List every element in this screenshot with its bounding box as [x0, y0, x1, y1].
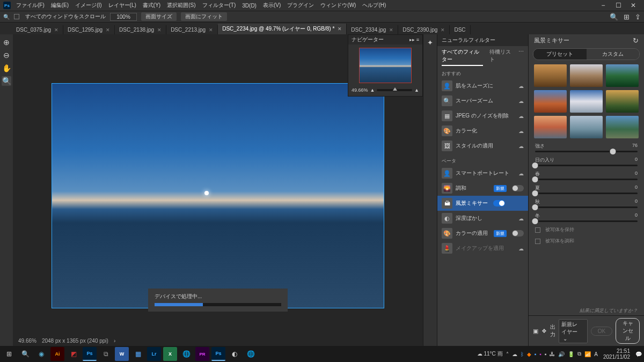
- tray-notifications-icon[interactable]: 💬: [635, 351, 642, 357]
- reset-icon[interactable]: ↻: [633, 36, 639, 45]
- toggle-icon[interactable]: [512, 230, 524, 237]
- tray-wifi-icon[interactable]: 📶: [584, 351, 591, 357]
- document-tab[interactable]: DSC_2390.jpg✕: [398, 25, 450, 34]
- checkbox-icon[interactable]: [535, 239, 540, 244]
- panel-menu-icon[interactable]: ⋯: [518, 48, 524, 66]
- taskbar-photoshop-icon[interactable]: Ps: [211, 347, 225, 361]
- zoom-tool-icon[interactable]: 🔍: [2, 76, 11, 86]
- filter-smart-portrait[interactable]: 👤スマートポートレート☁: [437, 166, 528, 181]
- preview-icon[interactable]: ▣: [533, 328, 538, 335]
- menu-view[interactable]: 表示(V): [260, 1, 284, 10]
- menu-layer[interactable]: レイヤー(L): [105, 1, 140, 10]
- preset-thumbnail[interactable]: [570, 116, 603, 138]
- menu-edit[interactable]: 編集(E): [48, 1, 72, 10]
- filter-colorize[interactable]: 🎨カラー化☁: [437, 123, 528, 138]
- start-icon[interactable]: ⊞: [2, 347, 16, 361]
- menu-filter[interactable]: フィルター(T): [199, 1, 239, 10]
- taskbar-lightroom-icon[interactable]: Lr: [147, 347, 161, 361]
- taskbar-illustrator-icon[interactable]: Ai: [50, 347, 64, 361]
- workspace-icon[interactable]: ⊞: [624, 13, 630, 21]
- filter-landscape-mixer[interactable]: 🏔風景ミキサー: [437, 196, 528, 211]
- hand-tool-icon[interactable]: ✋: [2, 63, 11, 73]
- tray-ime-icon[interactable]: A: [594, 351, 598, 357]
- taskbar-chrome-icon[interactable]: 🌐: [244, 347, 258, 361]
- tab-preset[interactable]: プリセット: [533, 49, 587, 60]
- status-zoom[interactable]: 49.66%: [18, 338, 36, 344]
- slider-track[interactable]: [535, 179, 638, 180]
- scroll-all-checkbox[interactable]: [14, 14, 19, 19]
- preset-thumbnail[interactable]: [606, 116, 639, 138]
- slider-thumb[interactable]: [532, 176, 538, 182]
- close-icon[interactable]: ✕: [157, 27, 162, 33]
- slider-track[interactable]: [535, 206, 638, 208]
- taskbar-premiere-icon[interactable]: PR: [195, 347, 209, 361]
- tray-chevron-icon[interactable]: ˄: [506, 351, 509, 357]
- taskbar-excel-icon[interactable]: X: [163, 347, 177, 361]
- menu-file[interactable]: ファイル(F): [13, 1, 48, 10]
- filter-color-transfer[interactable]: 🎨カラーの適用新規: [437, 226, 528, 241]
- search-icon[interactable]: 🔍: [610, 13, 618, 21]
- menu-image[interactable]: イメージ(I): [72, 1, 105, 10]
- zoom-small-icon[interactable]: ▲: [370, 87, 375, 93]
- ok-button[interactable]: OK: [591, 327, 612, 336]
- filter-smooth-skin[interactable]: 👤肌をスムーズに☁: [437, 78, 528, 93]
- output-select[interactable]: 新規レイヤー ⌄: [559, 319, 588, 343]
- slider-thumb[interactable]: [532, 218, 538, 224]
- menu-help[interactable]: ヘルプ(H): [359, 1, 389, 10]
- toggle-icon[interactable]: [512, 185, 524, 191]
- weather-widget[interactable]: ☁ 11°C 雨: [477, 350, 503, 358]
- feedback-prompt[interactable]: 結果に満足していますか？: [529, 304, 644, 315]
- menu-type[interactable]: 書式(Y): [140, 1, 164, 10]
- tray-volume-icon[interactable]: 🔊: [558, 351, 565, 357]
- close-icon[interactable]: ✕: [209, 27, 213, 33]
- taskbar-chrome-icon[interactable]: 🌐: [179, 347, 193, 361]
- panel-collapse-icon[interactable]: ▸▸ ≡: [409, 37, 419, 42]
- slider-thumb[interactable]: [532, 190, 538, 196]
- document-tab[interactable]: DSC_0375.jpg✕: [12, 25, 63, 34]
- tray-icon[interactable]: ⧉: [577, 351, 581, 357]
- close-icon[interactable]: ✕: [389, 27, 393, 33]
- menu-3d[interactable]: 3D(D): [239, 2, 260, 10]
- slider-track[interactable]: [535, 165, 638, 166]
- taskbar-app-icon[interactable]: ◐: [228, 347, 241, 361]
- tab-custom[interactable]: カスタム: [587, 49, 640, 60]
- taskbar-search-icon[interactable]: 🔍: [18, 347, 32, 361]
- document-tab[interactable]: DSC_2138.jpg✕: [115, 25, 166, 34]
- menu-select[interactable]: 選択範囲(S): [164, 1, 199, 10]
- tray-cloud-icon[interactable]: ☁: [512, 351, 517, 357]
- close-icon[interactable]: ✕: [106, 27, 110, 33]
- filter-makeup-transfer[interactable]: 💄メイクアップを適用☁: [437, 241, 528, 256]
- slider-thumb[interactable]: [610, 149, 616, 154]
- window-restore-icon[interactable]: ☐: [611, 2, 626, 9]
- preset-thumbnail[interactable]: [570, 90, 603, 113]
- filter-jpeg-artifacts[interactable]: ▦JPEG のノイズを削除☁: [437, 108, 528, 123]
- zoom-in-icon[interactable]: ⊕: [2, 38, 11, 47]
- document-tab-active[interactable]: DSC_2234.jpg @ 49.7% (レイヤー 0, RGB/8) *✕: [218, 24, 347, 34]
- tray-bluetooth-icon[interactable]: ᛒ: [521, 351, 524, 357]
- slider-thumb[interactable]: [532, 162, 538, 168]
- close-icon[interactable]: ✕: [54, 27, 58, 33]
- close-icon[interactable]: ✕: [338, 26, 342, 32]
- sparkle-icon[interactable]: ✦: [426, 38, 435, 47]
- preset-thumbnail[interactable]: [534, 90, 567, 113]
- menu-plugin[interactable]: プラグイン: [284, 1, 317, 10]
- slider-track[interactable]: [535, 151, 638, 152]
- layers-icon[interactable]: ❖: [541, 328, 547, 335]
- preset-thumbnail[interactable]: [606, 64, 639, 87]
- slider-track[interactable]: [535, 193, 638, 194]
- menu-window[interactable]: ウィンドウ(W): [317, 1, 359, 10]
- check-harmonize[interactable]: 被写体を調和: [535, 238, 638, 245]
- cancel-button[interactable]: キャンセル: [616, 318, 640, 344]
- filter-depth-blur[interactable]: ◐深度ぼかし☁: [437, 211, 528, 226]
- document-tab[interactable]: DSC: [450, 25, 470, 34]
- taskbar-clock[interactable]: 21:51 2021/11/02: [601, 348, 632, 360]
- slider-thumb[interactable]: [532, 204, 538, 210]
- navigator-zoom-slider[interactable]: [377, 89, 412, 91]
- status-chevron-icon[interactable]: ›: [114, 338, 115, 344]
- canvas-viewport[interactable]: ナビゲーター ▸▸ ≡ 49.66% ▲ ▲ デバイスで処理中...: [13, 34, 423, 335]
- close-icon[interactable]: ✕: [441, 27, 445, 33]
- tray-icon[interactable]: ◆: [527, 351, 531, 357]
- taskbar-app-icon[interactable]: ◩: [67, 347, 80, 361]
- toggle-icon[interactable]: [493, 200, 505, 206]
- fit-window-button[interactable]: 画面にフィット: [181, 12, 227, 21]
